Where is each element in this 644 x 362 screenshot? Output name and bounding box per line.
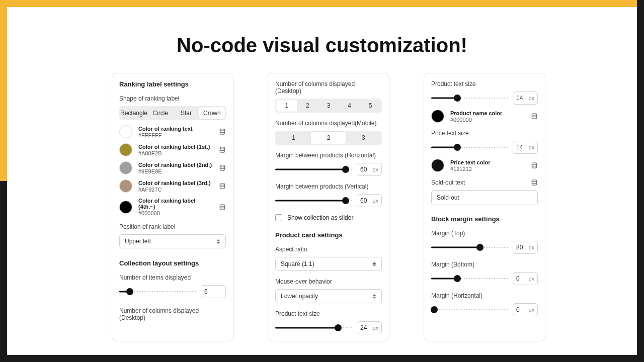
stack-icon[interactable]: [219, 164, 226, 171]
svg-point-0: [220, 129, 224, 131]
position-select[interactable]: Upper left: [119, 234, 226, 248]
prod-name-color-row[interactable]: Product name color #000000: [431, 110, 538, 123]
color-row-text[interactable]: Color of ranking text #FFFFFF: [119, 125, 226, 138]
soldout-label-row: Sold-out text: [431, 179, 538, 186]
stack-icon[interactable]: [531, 179, 538, 186]
margin-h-label: Margin between products (Horizontal): [275, 152, 382, 159]
aspect-select[interactable]: Square (1:1): [275, 257, 382, 271]
aspect-label: Aspect ratio: [275, 246, 382, 253]
price-color-row[interactable]: Price text color #121212: [431, 159, 538, 172]
cols-desktop-seg: 1 2 3 4 5: [275, 99, 382, 113]
margin-v-input[interactable]: 60px: [357, 194, 382, 207]
position-value: Upper left: [125, 238, 151, 245]
swatch-hex: #000000: [450, 117, 525, 123]
shape-crown[interactable]: Crown: [199, 107, 225, 119]
stack-icon[interactable]: [219, 183, 226, 190]
shape-star[interactable]: Star: [173, 107, 199, 119]
stack-icon[interactable]: [219, 204, 226, 211]
color-row-2nd[interactable]: Color of ranking label (2nd.) #9E9E9E: [119, 161, 226, 174]
swatch-label: Color of ranking text: [138, 126, 213, 132]
margin-v-slider[interactable]: [275, 196, 352, 205]
cols-m-1[interactable]: 1: [276, 132, 311, 144]
svg-point-4: [220, 204, 224, 206]
soldout-input[interactable]: Sold-out: [431, 190, 538, 205]
swatch-4th[interactable]: [119, 201, 132, 214]
prod-name-swatch[interactable]: [431, 110, 444, 123]
prod-text-label-2: Product text size: [275, 310, 382, 317]
swatch-text[interactable]: [119, 125, 132, 138]
items-label: Number of items displayed: [119, 274, 226, 281]
prod-text-input[interactable]: 14px: [513, 92, 538, 105]
items-slider[interactable]: [119, 287, 196, 296]
price-text-input[interactable]: 14px: [513, 141, 538, 154]
svg-point-3: [220, 184, 224, 186]
cols-desktop-label: Number of columns displayed (Desktop): [275, 80, 382, 95]
items-input[interactable]: 6: [201, 285, 226, 298]
stack-icon[interactable]: [219, 128, 226, 135]
price-swatch[interactable]: [431, 159, 444, 172]
svg-point-5: [532, 114, 536, 116]
cols-desktop-label-1: Number of columns displayed (Desktop): [119, 307, 226, 321]
swatch-label: Price text color: [450, 159, 525, 165]
show-slider-label: Show collection as slider: [287, 214, 353, 221]
prod-text-slider-2[interactable]: [275, 323, 352, 332]
mouse-select[interactable]: Lower opacity: [275, 289, 382, 303]
margin-v-label: Margin between products (Vertical): [275, 183, 382, 190]
show-slider-checkbox[interactable]: [275, 214, 282, 221]
swatch-hex: #000000: [138, 210, 213, 216]
main-canvas: No-code visual customization! Ranking la…: [7, 7, 637, 355]
svg-point-1: [220, 147, 224, 149]
shape-rectangle[interactable]: Rectangle: [120, 107, 147, 119]
margin-horiz-slider[interactable]: [431, 305, 508, 314]
cols-d-5[interactable]: 5: [360, 100, 381, 112]
select-caret-icon: [372, 293, 377, 300]
cols-d-1[interactable]: 1: [276, 100, 297, 112]
svg-point-7: [532, 180, 536, 182]
mouse-value: Lower opacity: [281, 293, 318, 300]
shape-label: Shape of ranking label: [119, 95, 226, 102]
prod-text-slider[interactable]: [431, 94, 508, 103]
page-title: No-code visual customization!: [7, 34, 637, 57]
shape-circle[interactable]: Circle: [147, 107, 173, 119]
margin-h-slider[interactable]: [275, 165, 352, 174]
svg-point-2: [220, 165, 224, 167]
stack-icon[interactable]: [219, 146, 226, 153]
color-row-4th[interactable]: Color of ranking label (4th.~) #000000: [119, 198, 226, 216]
select-caret-icon: [372, 260, 377, 267]
margin-top-slider[interactable]: [431, 243, 508, 252]
swatch-3rd[interactable]: [119, 179, 132, 193]
cols-d-3[interactable]: 3: [318, 100, 339, 112]
price-text-slider[interactable]: [431, 143, 508, 152]
color-row-3rd[interactable]: Color of ranking label (3rd.) #AF927C: [119, 179, 226, 193]
margin-bottom-slider[interactable]: [431, 274, 508, 283]
margin-bottom-input[interactable]: 0px: [513, 272, 538, 285]
margin-bottom-label: Margin (Bottom): [431, 261, 538, 268]
position-label: Position of rank label: [119, 223, 226, 230]
prod-text-input-2[interactable]: 24px: [357, 321, 382, 334]
margin-h-input[interactable]: 60px: [357, 163, 382, 176]
aspect-value: Square (1:1): [281, 260, 314, 267]
swatch-1st[interactable]: [119, 143, 132, 156]
cols-d-2[interactable]: 2: [297, 100, 318, 112]
shape-segmented: Rectangle Circle Star Crown: [119, 106, 226, 120]
margin-top-input[interactable]: 80px: [513, 241, 538, 254]
margin-horiz-input[interactable]: 0px: [513, 303, 538, 316]
cols-d-4[interactable]: 4: [339, 100, 360, 112]
swatch-label: Color of ranking label (4th.~): [138, 198, 213, 210]
swatch-2nd[interactable]: [119, 161, 132, 174]
stack-icon[interactable]: [531, 113, 538, 120]
layout-title: Collection layout settings: [119, 259, 226, 267]
color-row-1st[interactable]: Color of ranking label (1st.) #A08E2B: [119, 143, 226, 156]
swatch-hex: #FFFFFF: [138, 132, 213, 138]
cols-m-2[interactable]: 2: [311, 132, 346, 144]
cols-mobile-seg: 1 2 3: [275, 131, 382, 145]
panel-ranking-settings: Ranking label settings Shape of ranking …: [112, 73, 233, 341]
cols-m-3[interactable]: 3: [346, 132, 381, 144]
panel-text-settings: Product text size 14px Product name colo…: [424, 73, 545, 341]
cols-mobile-label: Number of columns displayed(Mobile): [275, 120, 382, 127]
stack-icon[interactable]: [531, 162, 538, 169]
swatch-label: Color of ranking label (3rd.): [138, 180, 213, 186]
margin-top-label: Margin (Top): [431, 230, 538, 237]
prod-text-label: Product text size: [431, 80, 538, 87]
card-title: Product card settings: [275, 231, 382, 239]
